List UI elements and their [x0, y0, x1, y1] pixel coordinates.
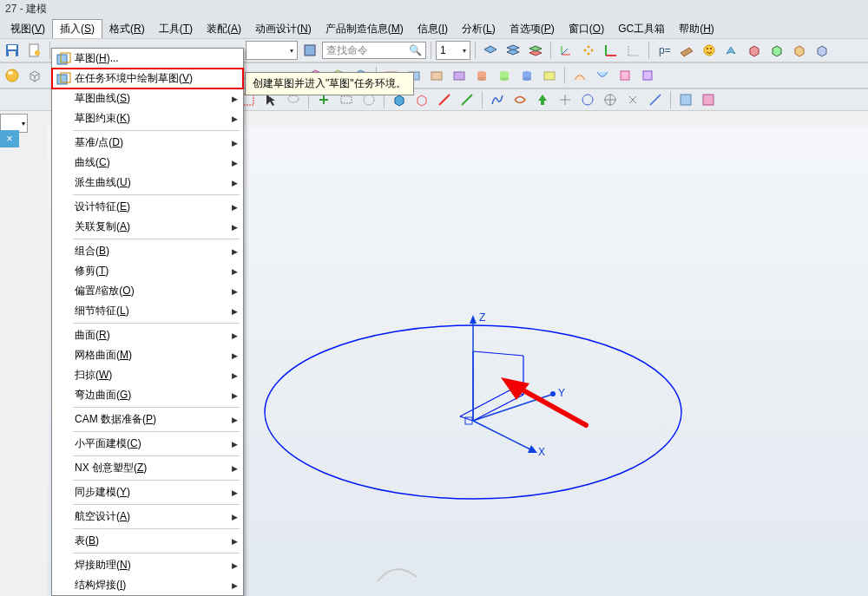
menu-工具(T)[interactable]: 工具(T)	[152, 20, 200, 38]
menu-item-13[interactable]: 修剪(T)▶	[52, 261, 243, 281]
box7-icon[interactable]	[449, 65, 470, 86]
menu-装配(A)[interactable]: 装配(A)	[200, 20, 248, 38]
wave-icon[interactable]	[721, 40, 742, 61]
menu-item-2[interactable]: 草图曲线(S)▶	[52, 88, 243, 108]
blank-icon	[56, 368, 71, 383]
cyl2-icon[interactable]	[494, 65, 515, 86]
blank-icon	[56, 264, 71, 279]
menu-产品制造信息(M)[interactable]: 产品制造信息(M)	[319, 20, 411, 38]
menu-item-28[interactable]: 同步建模(Y)▶	[52, 482, 243, 502]
curve2-icon[interactable]	[510, 89, 530, 110]
menu-item-19[interactable]: 扫掠(W)▶	[52, 365, 243, 385]
menu-GC工具箱[interactable]: GC工具箱	[611, 20, 672, 38]
target-icon[interactable]	[600, 89, 621, 110]
svg-point-34	[500, 77, 509, 81]
history-combo[interactable]	[246, 41, 298, 60]
expr-icon[interactable]: p=	[654, 40, 674, 61]
menu-item-24[interactable]: 小平面建模(C)▶	[52, 434, 243, 454]
surf4-icon[interactable]	[637, 65, 658, 86]
cube4-icon[interactable]	[812, 40, 832, 61]
arrow-up-icon[interactable]	[532, 89, 553, 110]
menu-item-35[interactable]: 结构焊接(I)▶	[52, 575, 243, 595]
save-icon[interactable]	[2, 40, 23, 61]
menu-item-18[interactable]: 网格曲面(M)▶	[52, 345, 243, 365]
diag-icon[interactable]	[645, 89, 666, 110]
menu-item-34[interactable]: 焊接助理(N)▶	[52, 555, 243, 575]
csys-icon[interactable]	[601, 40, 621, 61]
cube3-icon[interactable]	[789, 40, 810, 61]
menu-item-label: NX 创意塑型(Z)	[75, 461, 147, 475]
grid2-icon[interactable]	[698, 89, 719, 110]
point1-icon[interactable]	[555, 89, 575, 110]
menu-item-label: 关联复制(A)	[75, 219, 130, 234]
surf2-icon[interactable]	[592, 65, 613, 86]
x-axis-label: X	[538, 446, 545, 458]
line1-icon[interactable]	[434, 89, 455, 110]
menu-item-5[interactable]: 基准/点(D)▶	[52, 133, 243, 153]
menu-item-15[interactable]: 细节特征(L)▶	[52, 301, 243, 321]
layer-2-icon[interactable]	[503, 40, 523, 61]
grid1-icon[interactable]	[675, 89, 696, 110]
menu-item-17[interactable]: 曲面(R)▶	[52, 325, 243, 345]
menu-窗口(O)[interactable]: 窗口(O)	[562, 20, 611, 38]
dotted-csys-icon[interactable]	[623, 40, 644, 61]
menu-item-32[interactable]: 表(B)▶	[52, 531, 243, 551]
box8-icon[interactable]	[539, 65, 560, 86]
menu-动画设计(N)[interactable]: 动画设计(N)	[248, 20, 319, 38]
menu-item-label: 组合(B)	[75, 244, 109, 259]
new-icon[interactable]	[24, 40, 45, 61]
tooltip: 创建草图并进入"草图"任务环境。	[245, 72, 414, 95]
book-icon[interactable]	[299, 40, 320, 61]
menu-separator	[73, 130, 240, 131]
menu-格式(R)[interactable]: 格式(R)	[102, 20, 152, 38]
menu-视图(V)[interactable]: 视图(V)	[3, 20, 52, 38]
cube2-icon[interactable]	[766, 40, 787, 61]
menu-item-7[interactable]: 派生曲线(U)▶	[52, 173, 243, 193]
pan-icon[interactable]	[578, 40, 599, 61]
menu-首选项(P)[interactable]: 首选项(P)	[503, 20, 562, 38]
window-id-combo[interactable]: 1	[436, 41, 470, 60]
datum-icon[interactable]	[676, 40, 697, 61]
menu-插入(S)[interactable]: 插入(S)	[52, 19, 102, 38]
circle-icon[interactable]	[577, 89, 598, 110]
separator	[648, 42, 649, 59]
menu-item-label: 焊接助理(N)	[75, 558, 131, 573]
smile-icon[interactable]	[699, 40, 720, 61]
menu-item-1[interactable]: 在任务环境中绘制草图(V)	[52, 69, 243, 88]
close-tab[interactable]: ×	[0, 130, 19, 147]
menu-item-14[interactable]: 偏置/缩放(O)▶	[52, 281, 243, 301]
sphere-icon[interactable]	[2, 65, 23, 86]
cube-icon[interactable]	[24, 65, 45, 86]
wire-sel-icon[interactable]	[411, 89, 432, 110]
menu-item-22[interactable]: CAM 数据准备(P)▶	[52, 409, 243, 429]
submenu-arrow-icon: ▶	[232, 581, 238, 590]
cyl1-icon[interactable]	[471, 65, 492, 86]
menu-item-3[interactable]: 草图约束(K)▶	[52, 108, 243, 128]
surf1-icon[interactable]	[569, 65, 590, 86]
menu-item-20[interactable]: 弯边曲面(G)▶	[52, 385, 243, 405]
cube1-icon[interactable]	[744, 40, 765, 61]
menu-item-30[interactable]: 航空设计(A)▶	[52, 507, 243, 527]
menu-item-9[interactable]: 设计特征(E)▶	[52, 197, 243, 217]
command-search-input[interactable]: 查找命令 🔍	[322, 42, 426, 59]
menu-帮助(H)[interactable]: 帮助(H)	[672, 20, 721, 38]
layer-1-icon[interactable]	[480, 40, 501, 61]
box6-icon[interactable]	[426, 65, 447, 86]
wcs-icon[interactable]	[556, 40, 576, 61]
curve1-icon[interactable]	[487, 89, 508, 110]
point2-icon[interactable]	[622, 89, 643, 110]
cyl3-icon[interactable]	[516, 65, 537, 86]
submenu-arrow-icon: ▶	[232, 513, 238, 521]
layer-3-icon[interactable]	[525, 40, 546, 61]
menu-信息(I)[interactable]: 信息(I)	[411, 20, 455, 38]
svg-rect-59	[703, 95, 713, 105]
menu-item-6[interactable]: 曲线(C)▶	[52, 153, 243, 173]
menu-item-label: 扫掠(W)	[75, 368, 112, 383]
menu-item-10[interactable]: 关联复制(A)▶	[52, 217, 243, 237]
menu-分析(L)[interactable]: 分析(L)	[455, 20, 503, 38]
surf3-icon[interactable]	[615, 65, 635, 86]
menu-item-0[interactable]: 草图(H)...	[52, 49, 243, 69]
menu-item-12[interactable]: 组合(B)▶	[52, 241, 243, 261]
line2-icon[interactable]	[457, 89, 477, 110]
menu-item-26[interactable]: NX 创意塑型(Z)▶	[52, 458, 243, 478]
